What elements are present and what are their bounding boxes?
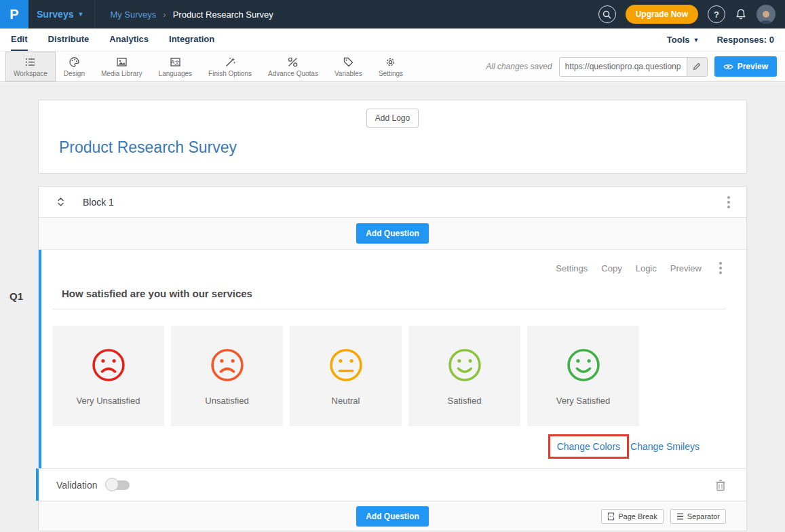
add-logo-button[interactable]: Add Logo bbox=[366, 109, 419, 128]
pencil-icon bbox=[693, 62, 701, 71]
question-more-options-button[interactable] bbox=[715, 259, 726, 277]
block-card: Block 1 Add Question Q1 Settings Copy Lo… bbox=[38, 186, 747, 531]
search-button[interactable] bbox=[598, 5, 616, 23]
toolbar-item-label: Advance Quotas bbox=[268, 70, 318, 77]
footer-right-buttons: Page Break Separator bbox=[601, 509, 726, 524]
question-text[interactable]: How satisfied are you with our services bbox=[62, 288, 726, 299]
validation-toggle[interactable] bbox=[107, 480, 130, 490]
tab-distribute[interactable]: Distribute bbox=[48, 28, 90, 51]
collapse-expand-icon bbox=[56, 197, 65, 207]
option-label: Unsatisfied bbox=[205, 396, 248, 406]
questionpro-logo[interactable]: P bbox=[0, 0, 28, 28]
separator-label: Separator bbox=[687, 512, 720, 520]
sad-face-icon bbox=[90, 347, 127, 383]
notifications-button[interactable] bbox=[735, 8, 747, 20]
media-library-icon bbox=[116, 56, 128, 68]
validation-row: Validation bbox=[36, 468, 746, 501]
logo-letter: P bbox=[9, 7, 18, 22]
separator-button[interactable]: Separator bbox=[670, 509, 726, 524]
toolbar-item-label: Settings bbox=[379, 70, 403, 77]
editor-toolbar: Workspace Design Media Library A文 Langua… bbox=[0, 52, 785, 82]
survey-page: Add Logo Product Research Survey Block 1 bbox=[38, 100, 747, 531]
delete-question-button[interactable] bbox=[715, 479, 726, 491]
smiley-option-unsatisfied[interactable]: Unsatisfied bbox=[171, 326, 283, 426]
smiley-option-satisfied[interactable]: Satisfied bbox=[408, 326, 520, 426]
question-number: Q1 bbox=[9, 290, 23, 302]
add-question-button-top[interactable]: Add Question bbox=[356, 223, 429, 244]
trash-icon bbox=[715, 479, 726, 491]
add-question-button-bottom[interactable]: Add Question bbox=[356, 506, 429, 527]
breadcrumb: My Surveys › Product Research Survey bbox=[110, 10, 273, 20]
bell-icon bbox=[735, 8, 747, 20]
question-actions: Settings Copy Logic Preview bbox=[52, 259, 726, 277]
question-copy-link[interactable]: Copy bbox=[601, 263, 621, 273]
block-title: Block 1 bbox=[83, 197, 114, 208]
smiley-option-very-unsatisfied[interactable]: Very Unsatisfied bbox=[52, 326, 164, 426]
smiley-option-neutral[interactable]: Neutral bbox=[290, 326, 402, 426]
upgrade-now-button[interactable]: Upgrade Now bbox=[626, 5, 698, 24]
tools-label: Tools bbox=[667, 35, 690, 45]
tab-analytics[interactable]: Analytics bbox=[109, 28, 149, 51]
page-break-icon bbox=[607, 512, 615, 520]
help-button[interactable]: ? bbox=[708, 5, 725, 23]
add-question-band-top: Add Question bbox=[39, 218, 746, 250]
smiley-option-very-satisfied[interactable]: Very Satisfied bbox=[527, 326, 639, 426]
question-area: Q1 Settings Copy Logic Preview How satis… bbox=[39, 250, 746, 468]
toolbar-item-advance-quotas[interactable]: Advance Quotas bbox=[260, 52, 326, 81]
design-icon bbox=[69, 56, 80, 68]
option-label: Very Unsatisfied bbox=[77, 396, 140, 406]
change-colors-link[interactable]: Change Colors bbox=[557, 441, 620, 452]
survey-url-input[interactable] bbox=[560, 58, 687, 76]
topbar: P Surveys ▼ My Surveys › Product Researc… bbox=[0, 0, 785, 28]
survey-title[interactable]: Product Research Survey bbox=[59, 138, 746, 157]
sad-face-icon bbox=[209, 347, 246, 383]
page-break-button[interactable]: Page Break bbox=[601, 509, 663, 524]
user-avatar[interactable] bbox=[757, 5, 776, 24]
preview-button[interactable]: Preview bbox=[714, 56, 777, 77]
change-smileys-link[interactable]: Change Smileys bbox=[630, 441, 700, 452]
tools-dropdown[interactable]: Tools ▼ bbox=[667, 35, 700, 45]
toolbar-item-workspace[interactable]: Workspace bbox=[5, 52, 56, 81]
toolbar-item-design[interactable]: Design bbox=[56, 52, 93, 81]
edit-url-button[interactable] bbox=[687, 58, 707, 76]
happy-face-icon bbox=[446, 347, 483, 383]
toggle-knob bbox=[105, 478, 119, 491]
topbar-actions: Upgrade Now ? bbox=[598, 5, 785, 24]
responses-count: Responses: 0 bbox=[716, 35, 774, 45]
tab-integration[interactable]: Integration bbox=[169, 28, 214, 51]
toolbar-item-finish-options[interactable]: Finish Options bbox=[200, 52, 260, 81]
person-icon bbox=[758, 9, 774, 24]
question-logic-link[interactable]: Logic bbox=[636, 263, 657, 273]
breadcrumb-current: Product Research Survey bbox=[173, 10, 273, 20]
smiley-links-row: Change Colors Change Smileys bbox=[52, 434, 726, 459]
toolbar-item-label: Media Library bbox=[101, 70, 142, 77]
smiley-options-row: Very Unsatisfied Unsatisfied bbox=[52, 326, 726, 426]
question-settings-link[interactable]: Settings bbox=[556, 263, 588, 273]
toolbar-item-media-library[interactable]: Media Library bbox=[93, 52, 151, 81]
option-label: Neutral bbox=[332, 396, 360, 406]
workspace-icon bbox=[24, 56, 36, 68]
chevron-down-icon: ▼ bbox=[693, 37, 700, 43]
toolbar-item-label: Design bbox=[64, 70, 85, 77]
survey-url-group bbox=[559, 57, 708, 77]
editor-content: Add Logo Product Research Survey Block 1 bbox=[0, 82, 785, 532]
toolbar-item-variables[interactable]: Variables bbox=[326, 52, 370, 81]
validation-label: Validation bbox=[56, 480, 97, 491]
nav-right: Tools ▼ Responses: 0 bbox=[667, 35, 774, 45]
toolbar-item-settings[interactable]: Settings bbox=[370, 52, 411, 81]
question-underline bbox=[52, 309, 726, 309]
tab-edit[interactable]: Edit bbox=[11, 28, 28, 51]
breadcrumb-my-surveys[interactable]: My Surveys bbox=[110, 10, 156, 20]
toolbar-item-label: Finish Options bbox=[208, 70, 252, 77]
nav-tabs: Edit Distribute Analytics Integration bbox=[11, 28, 214, 51]
settings-icon bbox=[385, 56, 396, 68]
change-colors-highlight: Change Colors bbox=[548, 434, 629, 459]
collapse-block-button[interactable] bbox=[56, 197, 65, 207]
block-more-options-button[interactable] bbox=[723, 193, 734, 211]
breadcrumb-separator-icon: › bbox=[163, 10, 166, 20]
app-window: P Surveys ▼ My Surveys › Product Researc… bbox=[0, 0, 785, 532]
toolbar-item-languages[interactable]: A文 Languages bbox=[151, 52, 201, 81]
product-switcher[interactable]: Surveys ▼ bbox=[28, 0, 95, 28]
question-preview-link[interactable]: Preview bbox=[670, 263, 702, 273]
separator-icon bbox=[676, 512, 684, 520]
